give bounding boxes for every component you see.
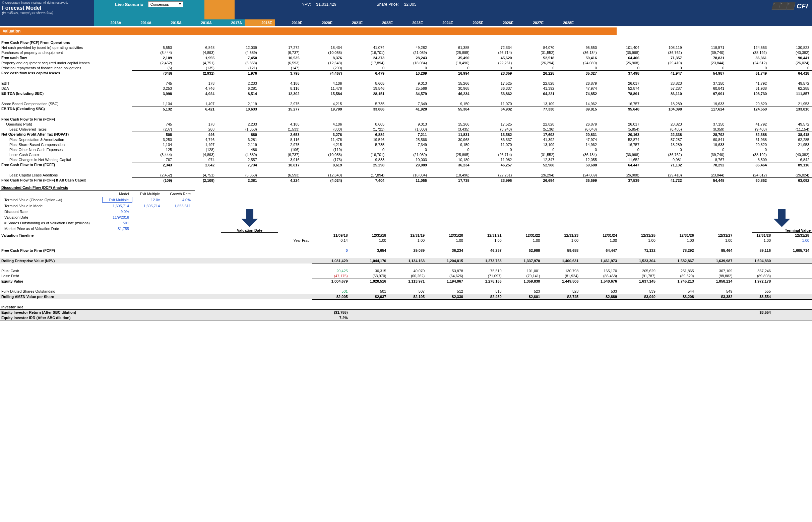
data-cell[interactable]: 19,546: [345, 86, 387, 91]
data-cell[interactable]: $2,469: [466, 294, 504, 299]
data-cell[interactable]: (21,039): [387, 50, 430, 55]
dcf-value[interactable]: [133, 209, 163, 214]
data-cell[interactable]: 24,373: [345, 55, 387, 61]
data-cell[interactable]: 61,749: [727, 71, 770, 76]
data-cell[interactable]: 12/31/21: [466, 233, 504, 238]
data-cell[interactable]: (348): [132, 71, 175, 76]
data-cell[interactable]: 124,553: [727, 45, 770, 50]
data-cell[interactable]: (12,643): [302, 60, 345, 65]
data-cell[interactable]: (36,998): [600, 50, 642, 55]
data-cell[interactable]: 46,257: [472, 162, 515, 168]
data-cell[interactable]: 10,633: [217, 106, 260, 112]
data-cell[interactable]: (6,485): [642, 126, 685, 132]
data-cell[interactable]: 12/31/20: [427, 233, 466, 238]
data-cell[interactable]: 1,449,506: [543, 279, 581, 284]
data-cell[interactable]: 19,633: [685, 101, 727, 106]
data-cell[interactable]: 3,253: [132, 86, 175, 91]
data-cell[interactable]: 45,620: [472, 55, 515, 61]
data-cell[interactable]: (17,894): [345, 173, 387, 178]
data-cell[interactable]: 125: [132, 147, 175, 152]
data-cell[interactable]: 2,975: [260, 101, 302, 106]
data-cell[interactable]: 9,833: [345, 157, 387, 162]
data-cell[interactable]: 2,557: [217, 157, 260, 162]
dcf-value[interactable]: 501: [102, 220, 132, 225]
data-cell[interactable]: 57,287: [642, 86, 685, 91]
data-cell[interactable]: $2,601: [504, 294, 543, 299]
data-cell[interactable]: 12/31/27: [697, 233, 735, 238]
data-cell[interactable]: 367,246: [735, 268, 773, 274]
data-cell[interactable]: 8,767: [685, 157, 727, 162]
data-cell[interactable]: (18,496): [430, 60, 472, 65]
data-cell[interactable]: 1.00: [427, 238, 466, 243]
data-cell[interactable]: 20,425: [312, 268, 350, 274]
data-cell[interactable]: 59,688: [557, 162, 600, 168]
data-cell[interactable]: 12/31/28: [735, 233, 773, 238]
data-cell[interactable]: 523: [504, 289, 543, 294]
dcf-value[interactable]: 11/9/2018: [102, 215, 132, 220]
data-cell[interactable]: (36,134): [557, 152, 600, 157]
data-cell[interactable]: 3,276: [302, 132, 345, 137]
data-cell[interactable]: 0: [312, 248, 350, 253]
data-cell[interactable]: 1.00: [350, 238, 389, 243]
data-cell[interactable]: 61,385: [430, 45, 472, 50]
data-cell[interactable]: 18,434: [302, 45, 345, 50]
data-cell[interactable]: (47,175): [312, 274, 350, 279]
data-cell[interactable]: 26,017: [600, 81, 642, 86]
data-cell[interactable]: (119): [302, 147, 345, 152]
data-cell[interactable]: (6,737): [260, 152, 302, 157]
data-cell[interactable]: 41,928: [387, 106, 430, 112]
data-cell[interactable]: 54,987: [685, 71, 727, 76]
data-cell[interactable]: (3,444): [132, 152, 175, 157]
data-cell[interactable]: 1,497: [175, 142, 217, 147]
data-cell[interactable]: 2,119: [217, 101, 260, 106]
data-cell[interactable]: 1.00: [504, 238, 543, 243]
data-cell[interactable]: 37,150: [685, 81, 727, 86]
data-cell[interactable]: 57,287: [642, 137, 685, 142]
data-cell[interactable]: 0: [600, 147, 642, 152]
data-cell[interactable]: 37,498: [600, 71, 642, 76]
data-cell[interactable]: 1,955: [175, 55, 217, 61]
data-cell[interactable]: 1.00: [466, 238, 504, 243]
data-cell[interactable]: 12/31/25: [620, 233, 658, 238]
data-cell[interactable]: 20,831: [557, 132, 600, 137]
data-cell[interactable]: (18,034): [387, 60, 430, 65]
data-cell[interactable]: $2,889: [581, 294, 620, 299]
data-cell[interactable]: 0: [387, 147, 430, 152]
data-cell[interactable]: 1.00: [735, 238, 773, 243]
data-cell[interactable]: 108,119: [642, 45, 685, 50]
data-cell[interactable]: 34,579: [387, 91, 430, 96]
data-cell[interactable]: 62,285: [770, 86, 812, 91]
data-cell[interactable]: 12,055: [557, 157, 600, 162]
data-cell[interactable]: (60,262): [389, 274, 427, 279]
data-cell[interactable]: (22,261): [472, 60, 515, 65]
data-cell[interactable]: 7,211: [387, 132, 430, 137]
data-cell[interactable]: (4,589): [217, 50, 260, 55]
data-cell[interactable]: (200): [302, 65, 345, 71]
data-cell[interactable]: (26,714): [472, 152, 515, 157]
data-cell[interactable]: (38,192): [727, 50, 770, 55]
data-cell[interactable]: (2,931): [175, 71, 217, 76]
data-cell[interactable]: 539: [620, 289, 658, 294]
data-cell[interactable]: 11,652: [600, 157, 642, 162]
data-cell[interactable]: 47,974: [557, 86, 600, 91]
data-cell[interactable]: 52,988: [504, 248, 543, 253]
data-cell[interactable]: 84,070: [515, 45, 557, 50]
data-cell[interactable]: 16,757: [600, 101, 642, 106]
data-cell[interactable]: 35,599: [557, 178, 600, 183]
data-cell[interactable]: 1,044,170: [350, 258, 389, 263]
data-cell[interactable]: 90,441: [770, 55, 812, 61]
data-cell[interactable]: 111,857: [770, 91, 812, 96]
data-cell[interactable]: (1,721): [345, 126, 387, 132]
scenario-dropdown[interactable]: Consensus: [148, 1, 183, 7]
data-cell[interactable]: (36,134): [557, 50, 600, 55]
data-cell[interactable]: 40,070: [389, 268, 427, 274]
data-cell[interactable]: 61,938: [727, 86, 770, 91]
data-cell[interactable]: 6,884: [345, 132, 387, 137]
data-cell[interactable]: (40,382): [770, 152, 812, 157]
data-cell[interactable]: 71,132: [642, 162, 685, 168]
data-cell[interactable]: 1,637,145: [620, 279, 658, 284]
data-cell[interactable]: 7,450: [217, 55, 260, 61]
data-cell[interactable]: 1.00: [773, 238, 812, 243]
data-cell[interactable]: 16,994: [430, 71, 472, 76]
data-cell[interactable]: 15,584: [302, 91, 345, 96]
